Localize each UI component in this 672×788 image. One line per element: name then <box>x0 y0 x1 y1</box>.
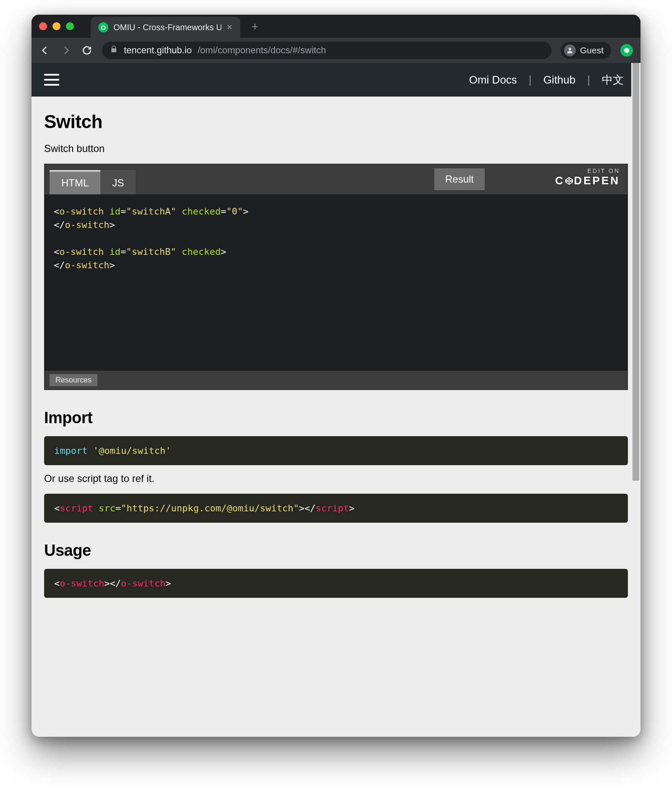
close-tab-icon[interactable]: ✕ <box>226 23 233 32</box>
codepen-footer: Resources <box>45 371 627 390</box>
page-viewport: Omi Docs | Github | 中文 Switch Switch but… <box>32 63 640 737</box>
code-usage[interactable]: <o-switch></o-switch> <box>44 569 628 598</box>
codepen-embed: HTML JS Result EDIT ON CDEPEN <o-switch … <box>44 164 628 390</box>
codepen-brand[interactable]: EDIT ON CDEPEN <box>555 168 620 187</box>
url-host: tencent.github.io <box>124 45 192 56</box>
codepen-logo: CDEPEN <box>555 174 620 187</box>
minimize-window-button[interactable] <box>52 22 60 30</box>
profile-chip[interactable]: Guest <box>561 42 611 59</box>
extension-icon[interactable] <box>620 44 633 57</box>
nav-github[interactable]: Github <box>539 73 580 86</box>
menu-icon <box>44 74 59 76</box>
reload-button[interactable] <box>81 45 93 56</box>
scroll-thumb[interactable] <box>633 63 639 481</box>
codepen-resources-button[interactable]: Resources <box>50 374 97 386</box>
import-note: Or use script tag to ref it. <box>44 473 628 484</box>
close-window-button[interactable] <box>39 22 47 30</box>
codepen-code-panel[interactable]: <o-switch id="switchA" checked="0"> </o-… <box>45 194 627 371</box>
menu-button[interactable] <box>44 74 59 86</box>
vertical-scrollbar[interactable] <box>631 63 640 737</box>
codepen-result-button[interactable]: Result <box>434 168 485 190</box>
svg-point-0 <box>569 48 571 50</box>
heading-usage: Usage <box>44 542 628 560</box>
codepen-edit-on-label: EDIT ON <box>555 168 620 174</box>
tab-title: OMIU - Cross-Frameworks UI F <box>113 23 221 32</box>
nav-chinese[interactable]: 中文 <box>598 73 628 87</box>
maximize-window-button[interactable] <box>66 22 74 30</box>
back-button[interactable] <box>39 45 51 56</box>
code-import[interactable]: import '@omiu/switch' <box>44 436 628 465</box>
site-header: Omi Docs | Github | 中文 <box>32 63 640 97</box>
forward-button[interactable] <box>60 45 72 56</box>
url-path: /omi/components/docs/#/switch <box>197 45 326 56</box>
lock-icon <box>110 45 118 56</box>
profile-label: Guest <box>580 45 604 55</box>
codepen-tab-html[interactable]: HTML <box>50 170 100 194</box>
page-title: Switch <box>44 111 628 132</box>
traffic-lights <box>39 22 74 30</box>
codepen-toolbar: HTML JS Result EDIT ON CDEPEN <box>45 164 627 194</box>
window-titlebar: O OMIU - Cross-Frameworks UI F ✕ ＋ <box>32 15 640 38</box>
nav-omi-docs[interactable]: Omi Docs <box>465 73 521 86</box>
heading-import: Import <box>44 409 628 427</box>
codepen-tab-js[interactable]: JS <box>100 170 136 194</box>
page-content: Switch Switch button HTML JS Result EDIT… <box>32 97 640 618</box>
browser-window: O OMIU - Cross-Frameworks UI F ✕ ＋ tence… <box>32 15 640 737</box>
code-script-tag[interactable]: <script src="https://unpkg.com/@omiu/swi… <box>44 494 628 523</box>
page-subtitle: Switch button <box>44 143 628 154</box>
new-tab-button[interactable]: ＋ <box>249 19 260 34</box>
favicon-icon: O <box>98 22 108 32</box>
browser-tab[interactable]: O OMIU - Cross-Frameworks UI F ✕ <box>91 17 240 38</box>
profile-avatar-icon <box>564 45 576 56</box>
address-bar[interactable]: tencent.github.io/omi/components/docs/#/… <box>102 42 551 59</box>
header-links: Omi Docs | Github | 中文 <box>465 73 628 87</box>
browser-toolbar: tencent.github.io/omi/components/docs/#/… <box>32 38 640 63</box>
